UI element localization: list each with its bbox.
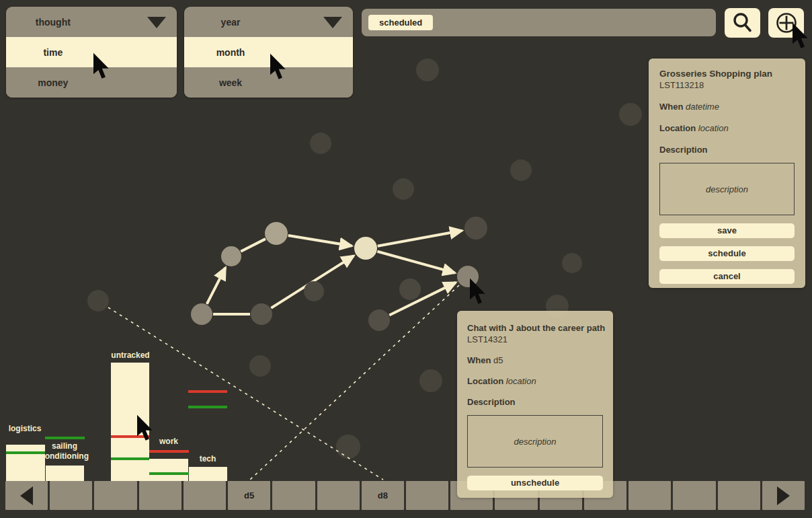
background-thought-circle[interactable] [310,133,331,154]
dropdown-thought-selected: thought [6,17,100,28]
background-thought-circle[interactable] [562,253,582,273]
description-input[interactable]: description [659,163,795,215]
graph-node-C[interactable] [265,222,288,245]
timeline-cell-d8[interactable]: d8 [362,481,404,510]
save-button[interactable]: save [659,223,795,238]
location-value[interactable]: location [506,376,536,386]
background-thought-circle[interactable] [336,435,360,459]
timeline: d5d8 [5,481,805,510]
when-field: When d5 [467,355,603,365]
when-field: When datetime [659,102,795,112]
timeline-cell-9[interactable] [406,481,448,510]
location-field: Location location [467,376,603,386]
graph-node-A[interactable] [191,303,212,325]
mouse-cursor-icon [93,52,110,82]
mouse-cursor-icon [792,22,809,52]
timeline-back-icon [20,486,33,505]
schedule-button[interactable]: schedule [659,246,795,261]
mouse-cursor-icon [270,53,286,83]
red-threshold-marker [188,390,227,393]
background-thought-circle[interactable] [416,59,439,81]
bar-work[interactable] [149,459,188,481]
bar-label: logistics [9,424,42,434]
location-field: Location location [659,123,795,133]
graph-edge [378,231,462,246]
event-title: Chat with J about the career path [467,323,603,333]
mouse-cursor-icon [469,278,486,307]
graph-edge [207,268,226,304]
dropdown-year-header[interactable]: year [184,7,353,37]
background-thought-circle[interactable] [419,369,442,392]
bar-logistics[interactable] [6,445,45,481]
bar-label: untracked [111,350,149,361]
background-thought-circle[interactable] [87,290,109,311]
timeline-cell-6[interactable] [272,481,315,510]
graph-node-I[interactable] [399,279,421,300]
bar-sailing[interactable] [46,466,84,481]
description-label: Description [467,397,603,407]
timeline-cell-d5[interactable]: d5 [228,481,270,510]
timeline-cell-14[interactable] [628,481,671,510]
when-value[interactable]: datetime [686,102,719,112]
graph-node-G[interactable] [464,217,487,239]
timeline-forward-icon [777,486,790,505]
cancel-button[interactable]: cancel [659,269,795,284]
dropdown-thought: thought time money [6,7,177,98]
timeline-cell-15[interactable] [673,481,715,510]
timeline-back-button[interactable] [5,481,48,510]
bar-label: sailing conditioning [40,441,89,461]
timeline-cell-3[interactable] [139,481,181,510]
green-threshold-marker [188,406,227,408]
detail-id: LST113218 [659,80,795,90]
chevron-down-icon [147,17,166,28]
search-button[interactable] [725,8,760,38]
timeline-cell-1[interactable] [50,481,92,510]
bar-label: tech [200,454,216,464]
green-threshold-marker [45,437,85,439]
search-input[interactable]: scheduled [362,9,716,36]
green-threshold-marker [6,451,45,454]
timeline-cell-7[interactable] [317,481,360,510]
dropdown-year-selected: year [184,17,277,28]
dropdown-option-month[interactable]: month [184,37,353,67]
background-thought-circle[interactable] [510,159,532,181]
when-value[interactable]: d5 [493,355,503,365]
graph-node-B[interactable] [221,246,241,266]
red-threshold-marker [149,450,189,453]
dropdown-option-money[interactable]: money [6,67,177,98]
green-threshold-marker [149,472,189,475]
timeline-cell-16[interactable] [718,481,760,510]
graph-edge [241,239,266,252]
detail-panel: Grosseries Shopping plan LST113218 When … [649,59,805,288]
dropdown-year: year month week [184,7,353,98]
background-thought-circle[interactable] [249,355,271,377]
green-threshold-marker [111,457,149,460]
background-thought-circle[interactable] [619,103,642,126]
location-value[interactable]: location [698,123,729,133]
graph-node-J[interactable] [368,309,390,331]
bar-label: work [159,437,178,447]
timeline-cell-2[interactable] [94,481,136,510]
app-canvas: logisticssailing conditioninguntrackedwo… [0,0,812,518]
event-id: LST14321 [467,334,603,344]
detail-title: Grosseries Shopping plan [659,69,795,79]
graph-node-E[interactable] [304,281,324,301]
mouse-cursor-icon [136,414,153,444]
description-input[interactable]: description [467,415,603,468]
dropdown-thought-header[interactable]: thought [6,7,177,37]
timeline-cell-4[interactable] [184,481,226,510]
timeline-forward-button[interactable] [762,481,805,510]
background-thought-circle[interactable] [393,178,414,200]
schedule-link-dashed [108,307,383,480]
event-panel: Chat with J about the career path LST143… [457,311,613,498]
dropdown-option-week[interactable]: week [184,67,353,98]
filter-chip-scheduled[interactable]: scheduled [368,15,433,30]
bar-tech[interactable] [189,467,227,481]
graph-edge [288,235,352,246]
magnifier-icon [731,11,754,34]
unschedule-button[interactable]: unschedule [467,476,603,490]
graph-node-D[interactable] [251,303,272,325]
graph-node-F[interactable] [354,237,377,260]
dropdown-option-time[interactable]: time [6,37,177,67]
chevron-down-icon [323,17,342,28]
